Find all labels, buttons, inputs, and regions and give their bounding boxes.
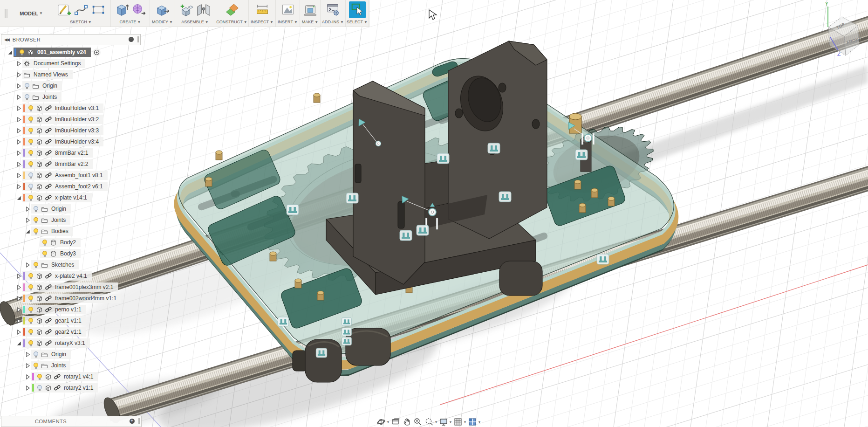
- toolbar-grip[interactable]: [0, 0, 12, 27]
- expander-collapsed-icon[interactable]: [24, 262, 31, 268]
- slider-joint-glyph[interactable]: [342, 337, 352, 345]
- expander-collapsed-icon[interactable]: [24, 351, 31, 358]
- tree-item[interactable]: Joints: [22, 92, 62, 102]
- standoff-cylinder[interactable]: [569, 113, 581, 133]
- expander-collapsed-icon[interactable]: [24, 206, 31, 212]
- tree-row-8mmbar-v2-2[interactable]: 8mmBar v2:2: [1, 158, 141, 170]
- expander-expanded-icon[interactable]: [7, 49, 14, 55]
- toolbar-group-label[interactable]: MAKE▼: [302, 19, 318, 26]
- tree-item-label[interactable]: rotary1 v4:1: [62, 373, 93, 380]
- visibility-bulb-on-icon[interactable]: [27, 284, 34, 291]
- slider-joint-glyph[interactable]: [400, 230, 412, 241]
- tree-row-origin[interactable]: Origin: [1, 349, 141, 360]
- tree-row-lm8uuholder-v3-1[interactable]: lm8uuHolder v3:1: [1, 103, 141, 114]
- toolbar-group-label[interactable]: CREATE▼: [120, 19, 141, 26]
- tree-row-x-plate2-v4-1[interactable]: x-plate2 v4:1: [1, 270, 141, 282]
- display-settings-icon[interactable]: [439, 417, 448, 427]
- visibility-bulb-on-icon[interactable]: [32, 217, 39, 224]
- expander-collapsed-icon[interactable]: [15, 273, 22, 279]
- slider-joint-glyph[interactable]: [417, 225, 429, 235]
- tree-item-label[interactable]: lm8uuHolder v3:2: [54, 116, 99, 123]
- tree-item-label[interactable]: x-plate v14:1: [54, 194, 87, 201]
- visibility-bulb-on-icon[interactable]: [41, 239, 48, 246]
- expander-collapsed-icon[interactable]: [15, 295, 22, 302]
- tree-item-label[interactable]: Assemb_foot1 v8:1: [54, 172, 103, 179]
- tree-item[interactable]: lm8uuHolder v3:2: [22, 115, 103, 124]
- collapse-panel-icon[interactable]: ◀◀: [4, 37, 9, 42]
- expander-expanded-icon[interactable]: [15, 340, 22, 346]
- tree-row-document-settings[interactable]: Document Settings: [1, 58, 141, 69]
- tree-item[interactable]: 8mmBar v2:1: [22, 148, 93, 158]
- visibility-bulb-on-icon[interactable]: [27, 340, 34, 347]
- tree-row-bodies[interactable]: Bodies: [1, 226, 141, 237]
- measure-icon[interactable]: [254, 1, 271, 18]
- slider-joint-glyph[interactable]: [342, 317, 352, 326]
- tree-row-lm8uuholder-v3-3[interactable]: lm8uuHolder v3:3: [1, 125, 141, 136]
- tree-row-origin[interactable]: Origin: [1, 80, 141, 91]
- expander-collapsed-icon[interactable]: [15, 183, 22, 190]
- visibility-bulb-off-icon[interactable]: [27, 183, 34, 190]
- tree-item[interactable]: Assemb_foot2 v6:1: [22, 182, 108, 191]
- toolbar-group-label[interactable]: SELECT▼: [347, 19, 368, 26]
- tree-item[interactable]: frame001plex3mm v2:1: [22, 282, 118, 292]
- joint-icon[interactable]: [195, 1, 212, 18]
- tree-row-gear1-v1-1[interactable]: gear1 v1:1: [1, 315, 141, 326]
- visibility-bulb-on-icon[interactable]: [27, 105, 34, 112]
- tree-item-label[interactable]: perno v1:1: [54, 306, 82, 313]
- tree-item-label[interactable]: Origin: [50, 206, 66, 212]
- form-icon[interactable]: [130, 1, 147, 18]
- look-at-icon[interactable]: [391, 417, 400, 427]
- comments-bar[interactable]: COMMENTS +: [1, 416, 142, 427]
- visibility-bulb-on-icon[interactable]: [27, 161, 34, 168]
- tree-row-001-assembly-v24[interactable]: 001_assembly v24: [1, 47, 141, 58]
- tree-item-label[interactable]: 8mmBar v2:1: [54, 150, 88, 156]
- tree-item[interactable]: 001_assembly v24: [14, 48, 91, 57]
- toolbar-group-label[interactable]: CONSTRUCT▼: [216, 19, 247, 26]
- tree-row-joints[interactable]: Joints: [1, 360, 141, 371]
- tree-item-label[interactable]: 8mmBar v2:2: [54, 161, 88, 167]
- tree-item-label[interactable]: Joints: [50, 217, 66, 223]
- tree-row-joints[interactable]: Joints: [1, 214, 141, 226]
- tree-item[interactable]: perno v1:1: [22, 305, 86, 314]
- fit-icon[interactable]: [424, 417, 434, 427]
- visibility-bulb-on-icon[interactable]: [32, 262, 39, 269]
- extrude-icon[interactable]: [113, 1, 130, 18]
- offset-plane-icon[interactable]: [224, 1, 240, 18]
- slider-joint-glyph[interactable]: [316, 348, 327, 358]
- comments-scrollbar[interactable]: [138, 418, 140, 424]
- tree-row-body2[interactable]: Body2: [1, 237, 141, 248]
- tree-item[interactable]: rotary1 v4:1: [31, 372, 98, 381]
- expander-collapsed-icon[interactable]: [15, 71, 22, 78]
- expander-collapsed-icon[interactable]: [24, 362, 31, 369]
- tree-item-label[interactable]: Sketches: [50, 262, 74, 268]
- revolute-joint-glyph[interactable]: [376, 141, 381, 146]
- slider-joint-glyph[interactable]: [499, 192, 511, 202]
- tree-item-label[interactable]: Body2: [59, 239, 76, 246]
- visibility-bulb-on-icon[interactable]: [27, 273, 34, 280]
- slider-joint-glyph[interactable]: [597, 254, 609, 264]
- insert-image-icon[interactable]: [280, 1, 296, 18]
- orbit-icon[interactable]: [376, 417, 386, 427]
- grid-settings-icon[interactable]: [453, 417, 463, 427]
- tree-item-label[interactable]: Joints: [50, 362, 66, 369]
- tree-row-frame001plex3mm-v2-1[interactable]: frame001plex3mm v2:1: [1, 282, 141, 293]
- expander-collapsed-icon[interactable]: [24, 385, 31, 391]
- expander-collapsed-icon[interactable]: [15, 329, 22, 335]
- pan-icon[interactable]: [402, 417, 411, 427]
- visibility-bulb-on-icon[interactable]: [18, 49, 25, 56]
- tree-item-label[interactable]: lm8uuHolder v3:3: [54, 127, 99, 134]
- tree-row-frame002wood4mm-v1-1[interactable]: frame002wood4mm v1:1: [1, 293, 141, 304]
- tree-item-label[interactable]: Body3: [59, 250, 76, 257]
- visibility-bulb-off-icon[interactable]: [32, 206, 39, 213]
- spline-icon[interactable]: [73, 1, 89, 18]
- tree-item[interactable]: frame002wood4mm v1:1: [22, 294, 121, 303]
- tree-row-joints[interactable]: Joints: [1, 91, 141, 103]
- tree-row-rotaryx-v3-1[interactable]: rotaryX v3:1: [1, 337, 141, 349]
- visibility-bulb-on-icon[interactable]: [27, 116, 34, 123]
- toolbar-group-label[interactable]: INSERT▼: [278, 19, 298, 26]
- visibility-bulb-off-icon[interactable]: [23, 94, 30, 101]
- press-pull-icon[interactable]: [154, 1, 171, 18]
- tree-item[interactable]: lm8uuHolder v3:4: [22, 137, 103, 146]
- visibility-bulb-off-icon[interactable]: [36, 385, 43, 392]
- toolbar-group-label[interactable]: SKETCH▼: [70, 19, 91, 26]
